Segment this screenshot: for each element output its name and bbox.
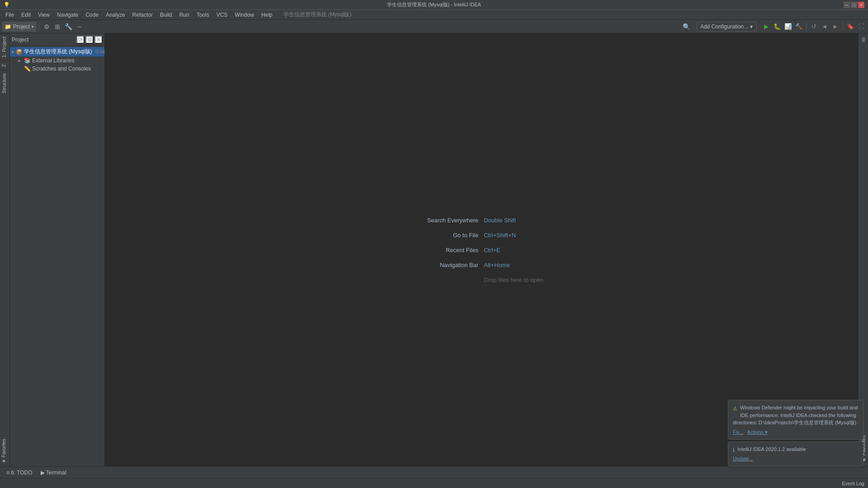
close-button[interactable]: ✕ [858, 2, 864, 8]
menu-window[interactable]: Window [231, 10, 258, 19]
db-icon[interactable]: 🗄 [859, 35, 868, 44]
recent-files-label: Recent Files [420, 247, 478, 253]
expand-icon-libs: ▶ [18, 59, 23, 63]
info-icon: ℹ [733, 446, 735, 454]
terminal-label: Terminal [46, 469, 66, 476]
menu-file[interactable]: File [2, 10, 18, 19]
todo-label: 6: TODO [11, 469, 33, 476]
tree-external-libs[interactable]: ▶ 📚 External Libraries [10, 56, 104, 65]
notification-links-1: Fix... Actions ▾ [733, 428, 859, 436]
minimize-button[interactable]: ─ [844, 2, 850, 8]
sync-icon[interactable]: ⟳ [76, 36, 85, 44]
toolbar: 📁 Project ▾ ⚙ ⊞ 🔧 ─ 🔍 Add Configuration.… [0, 20, 868, 33]
menu-navigate[interactable]: Navigate [53, 10, 82, 19]
add-configuration-button[interactable]: Add Configuration... ▾ [696, 22, 757, 32]
build-button[interactable]: 🔨 [794, 22, 804, 32]
tab-project[interactable]: 1: Project [0, 33, 9, 60]
menu-code[interactable]: Code [82, 10, 102, 19]
collapse-icon[interactable]: ─ [74, 22, 84, 32]
menu-view[interactable]: View [34, 10, 53, 19]
nav-bar-shortcut[interactable]: Alt+Home [484, 262, 509, 268]
project-tree: ▶ 📦 学生信息管理系统 (Mysql版) D:\Idea ▶ 📚 Extern… [10, 46, 104, 466]
gear-icon[interactable]: 🔧 [63, 22, 73, 32]
title-bar-left: 💡 [4, 2, 10, 8]
actions-link[interactable]: Actions ▾ [747, 428, 768, 436]
recent-files-row: Recent Files Ctrl+E [420, 247, 543, 253]
add-config-label: Add Configuration... [700, 23, 748, 30]
nav-bar-row: Navigation Bar Alt+Home [420, 262, 543, 268]
todo-icon: ≡ [6, 469, 9, 476]
menu-bar: File Edit View Navigate Code Analyze Ref… [0, 10, 868, 20]
libs-icon: 📚 [24, 57, 31, 64]
settings-icon[interactable]: ⚙ [42, 22, 52, 32]
maximize-button[interactable]: □ [851, 2, 857, 8]
menu-vcs[interactable]: VCS [213, 10, 231, 19]
update-link[interactable]: Update... [733, 455, 753, 463]
next-button[interactable]: ▶ [830, 22, 840, 32]
run-with-coverage-button[interactable]: 📊 [783, 22, 793, 32]
goto-file-shortcut[interactable]: Ctrl+Shift+N [484, 232, 516, 239]
menu-tools[interactable]: Tools [193, 10, 213, 19]
tab-2[interactable]: 2: [0, 60, 9, 70]
tab-structure[interactable]: Structure [0, 70, 9, 96]
update-button[interactable]: ↺ [809, 22, 819, 32]
drop-files-text: Drop files here to open [484, 277, 543, 283]
project-dropdown[interactable]: 📁 Project ▾ [2, 22, 37, 32]
event-log-button[interactable]: Event Log [842, 481, 864, 486]
tab-terminal[interactable]: ▶ Terminal [37, 469, 70, 477]
tab-favorites[interactable]: ★ Favorites [0, 436, 9, 466]
prev-button[interactable]: ◀ [820, 22, 830, 32]
title-bar: 💡 学生信息管理系统 (Mysql版) - IntelliJ IDEA ─ □ … [0, 0, 868, 10]
window-controls: ─ □ ✕ [844, 2, 864, 8]
tree-scratches[interactable]: ✏️ Scratches and Consoles [10, 65, 104, 73]
notification-update: ℹ IntelliJ IDEA 2020.1.2 available Updat… [728, 441, 863, 466]
left-vertical-tabs: 1: Project 2: Structure ★ Favorites [0, 33, 10, 466]
notification-defender: ⚠ Windows Defender might be impacting yo… [728, 400, 863, 440]
notification-text-2: IntelliJ IDEA 2020.1.2 available [737, 446, 806, 452]
separator [39, 23, 39, 31]
menu-refactor[interactable]: Refactor [129, 10, 156, 19]
project-icon: 📦 [16, 49, 23, 55]
fix-link[interactable]: Fix... [733, 428, 744, 436]
search-everywhere-row: Search Everywhere Double Shift [420, 217, 543, 224]
panel-title: Project [12, 37, 28, 43]
run-button[interactable]: ▶ [761, 22, 771, 32]
separator3 [843, 23, 843, 31]
notification-area: ⚠ Windows Defender might be impacting yo… [728, 400, 863, 466]
gear-panel-icon[interactable]: ⚙ [85, 36, 94, 44]
libs-label: External Libraries [32, 57, 74, 64]
bottom-bar: ≡ 6: TODO ▶ Terminal [0, 466, 868, 478]
notification-text-1: Windows Defender might be impacting your… [733, 405, 858, 425]
menu-build[interactable]: Build [156, 10, 176, 19]
separator2 [806, 23, 807, 31]
menu-analyze[interactable]: Analyze [102, 10, 129, 19]
layout-icon[interactable]: ⊞ [52, 22, 62, 32]
tree-root[interactable]: ▶ 📦 学生信息管理系统 (Mysql版) D:\Idea [10, 47, 104, 56]
scratches-icon: ✏️ [24, 66, 31, 72]
menu-run[interactable]: Run [176, 10, 193, 19]
menu-edit[interactable]: Edit [18, 10, 34, 19]
close-panel-icon[interactable]: ✕ [94, 36, 103, 44]
warning-icon: ⚠ [733, 405, 737, 413]
app-icon: 💡 [4, 2, 10, 8]
search-everywhere-shortcut[interactable]: Double Shift [484, 217, 516, 224]
debug-button[interactable]: 🐛 [772, 22, 782, 32]
root-name: 学生信息管理系统 (Mysql版) [24, 48, 92, 56]
expand-icon: ▶ [12, 50, 14, 54]
bookmark-button[interactable]: 🔖 [845, 22, 855, 32]
goto-file-label: Go to File [420, 232, 478, 239]
add-config-chevron: ▾ [750, 23, 753, 30]
fullscreen-button[interactable]: ⛶ [856, 22, 866, 32]
search-everywhere-label: Search Everywhere [420, 217, 478, 224]
panel-toolbar: Project ⟳ ⚙ ✕ [10, 33, 104, 46]
menu-help[interactable]: Help [258, 10, 276, 19]
recent-files-shortcut[interactable]: Ctrl+E [484, 247, 500, 253]
folder-icon: 📁 [5, 23, 11, 30]
run-controls: ▶ 🐛 📊 🔨 ↺ ◀ ▶ 🔖 ⛶ [761, 22, 866, 32]
search-everywhere-icon[interactable]: 🔍 [682, 22, 692, 32]
root-path: D:\Idea [95, 49, 104, 54]
window-title: 学生信息管理系统 (Mysql版) - IntelliJ IDEA [387, 1, 481, 8]
tab-todo[interactable]: ≡ 6: TODO [3, 469, 36, 477]
chevron-down-icon: ▾ [32, 24, 34, 29]
welcome-content: Search Everywhere Double Shift Go to Fil… [420, 217, 543, 283]
